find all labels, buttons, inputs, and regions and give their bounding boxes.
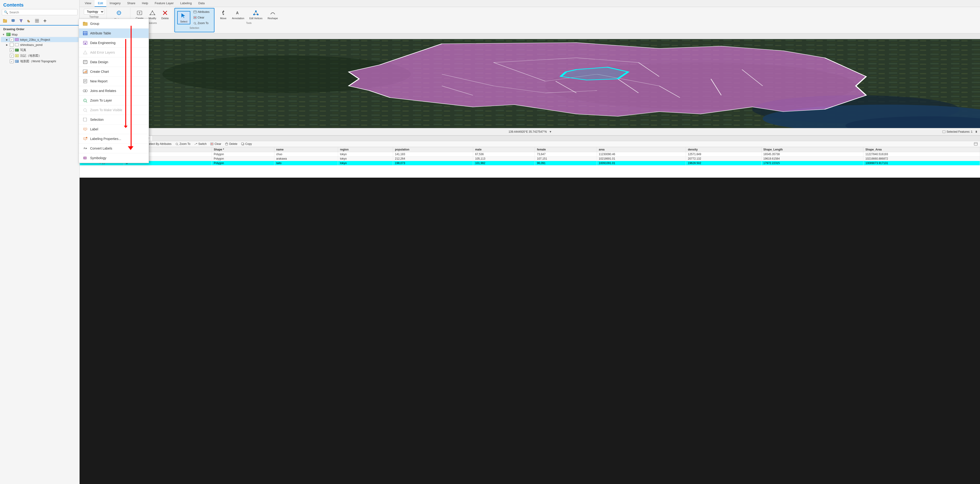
ctx-create-chart[interactable]: Create Chart (79, 67, 149, 76)
ctx-convert-labels[interactable]: A Convert Labels (79, 144, 149, 153)
tab-feature-layer[interactable]: Feature Layer (151, 0, 177, 7)
svg-text:A: A (84, 147, 85, 149)
ribbon: View Edit Imagery Share Help Feature Lay… (80, 0, 980, 33)
col-male[interactable]: male (473, 147, 535, 152)
svg-rect-75 (257, 14, 258, 15)
clear-button[interactable]: Clear (209, 142, 222, 146)
add-button[interactable] (42, 17, 48, 24)
ctx-joins-relates[interactable]: Joins and Relates (79, 86, 149, 96)
col-area[interactable]: area (597, 147, 686, 152)
layer-item-annotation[interactable]: A 注記（地形図） (1, 53, 78, 59)
attr-table-container[interactable]: OBJECTID * Shape * name region populatio… (80, 147, 980, 178)
table-row[interactable]: 13Polygonarakawatokyo212,264105,113107,1… (80, 157, 980, 161)
tab-view[interactable]: View (81, 0, 95, 7)
svg-marker-127 (196, 143, 197, 144)
ctx-data-design[interactable]: Data Design (79, 57, 149, 67)
checkbox-annotation[interactable] (10, 54, 14, 57)
cell-1: Polygon (212, 157, 274, 161)
ctx-group[interactable]: Group (79, 19, 149, 29)
col-region[interactable]: region (338, 147, 393, 152)
copy-button[interactable]: Copy (240, 142, 253, 146)
database-button[interactable] (10, 17, 16, 24)
tab-labeling[interactable]: Labeling (177, 0, 195, 7)
grid-button[interactable] (34, 17, 40, 24)
layer-label-annotation: 注記（地形図） (20, 54, 41, 58)
ctx-data-engineering[interactable]: Data Engineering (79, 38, 149, 48)
coord-dropdown[interactable]: ▼ (549, 130, 552, 133)
svg-rect-8 (37, 19, 39, 21)
col-shape-area[interactable]: Shape_Area (864, 147, 980, 152)
ctx-new-report[interactable]: New Report (79, 76, 149, 86)
checkbox-photo[interactable] (10, 48, 14, 52)
clear-selection-button[interactable]: Clear (191, 15, 212, 20)
col-population[interactable]: population (393, 147, 473, 152)
map-canvas[interactable] (80, 39, 980, 128)
ctx-zoom-to-visible: Zoom To Make Visible (79, 105, 149, 115)
col-name[interactable]: name (274, 147, 338, 152)
ctx-joins-relates-label: Joins and Relates (90, 89, 116, 93)
layer-item-map[interactable]: ▼ Map (1, 32, 78, 37)
search-box[interactable]: 🔍 (2, 9, 78, 15)
cell-5: 105,113 (473, 157, 535, 161)
svg-rect-30 (86, 70, 87, 73)
expand-arrow-map[interactable]: ▼ (2, 33, 6, 36)
table-row[interactable]: → 236Polygontaitotokyo198,073101,98296,0… (80, 161, 980, 165)
col-density[interactable]: density (686, 147, 761, 152)
tab-imagery[interactable]: Imagery (106, 0, 124, 7)
expand-arrow-shinobazu[interactable]: ▶ (6, 43, 10, 46)
data-engineering-icon (83, 40, 88, 45)
ctx-selection-label: Selection (90, 118, 104, 121)
layer-item-photo[interactable]: 写真 (1, 47, 78, 53)
reshape-button[interactable]: Reshape (266, 9, 280, 21)
tokyo-layer-icon (14, 38, 19, 41)
ctx-labeling-props[interactable]: A Labeling Properties... (79, 134, 149, 144)
add-folder-button[interactable]: + (2, 17, 8, 24)
ctx-selection[interactable]: Selection (79, 115, 149, 124)
selected-features-badge: Selected Features: 1 (942, 130, 972, 133)
layer-item-tokyo[interactable]: ▶ tokyo_23ku_s_Project (1, 37, 78, 42)
ctx-zoom-to-layer[interactable]: + Zoom To Layer (79, 96, 149, 105)
tools-group-label: Tools (246, 22, 251, 24)
select-button[interactable]: Select (177, 11, 190, 24)
table-row[interactable]: 2120Polygonchuotokyo141,18367,53673,6471… (80, 152, 980, 157)
ctx-label[interactable]: A Label (79, 124, 149, 134)
col-female[interactable]: female (535, 147, 597, 152)
ctx-attribute-table[interactable]: Attribute Table (79, 29, 149, 38)
tab-share[interactable]: Share (124, 0, 138, 7)
topology-dropdown[interactable]: Topology (84, 9, 104, 14)
col-shape[interactable]: Shape * (212, 147, 274, 152)
zoom-to-button[interactable]: Zoom To (174, 142, 191, 146)
switch-button[interactable]: Switch (193, 142, 207, 146)
move-button[interactable]: Move (218, 9, 229, 21)
col-shape-length[interactable]: Shape_Length (761, 147, 864, 152)
topology-items: Topology (84, 9, 104, 14)
search-input[interactable] (10, 11, 75, 14)
tab-edit[interactable]: Edit (95, 0, 106, 7)
svg-marker-4 (20, 19, 22, 22)
filter-button[interactable] (18, 17, 24, 24)
checkbox-world[interactable] (10, 59, 14, 63)
tab-data[interactable]: Data (195, 0, 208, 7)
cell-7: 10091091.01 (597, 161, 686, 165)
map-pause-icon[interactable]: ⏸ (975, 130, 978, 133)
move-icon (220, 10, 227, 16)
delete-row-button[interactable]: Delete (224, 142, 238, 146)
ctx-symbology[interactable]: Symbology (79, 153, 149, 163)
zoom-to-selection-button[interactable]: Zoom To (191, 21, 212, 26)
svg-point-57 (152, 11, 153, 11)
checkbox-shinobazu[interactable] (10, 43, 14, 46)
pencil-button[interactable] (26, 17, 32, 24)
cell-2: arakawa (274, 157, 338, 161)
cell-6: 96,091 (535, 161, 597, 165)
tab-help[interactable]: Help (138, 0, 151, 7)
expand-arrow-tokyo[interactable]: ▶ (6, 38, 10, 41)
annotation-button[interactable]: A Annotation (230, 9, 247, 21)
checkbox-tokyo[interactable] (10, 38, 14, 41)
attributes-button[interactable]: Attributes (191, 10, 212, 14)
edit-vertices-button[interactable]: Edit Vertices (247, 9, 264, 21)
svg-rect-135 (241, 143, 243, 144)
delete-button[interactable]: Delete (159, 9, 171, 21)
layer-item-world[interactable]: 地形図（World Topographi (1, 59, 78, 64)
layer-item-shinobazu[interactable]: ▶ shinobazu_pond (1, 42, 78, 47)
table-settings-icon[interactable] (974, 142, 978, 146)
